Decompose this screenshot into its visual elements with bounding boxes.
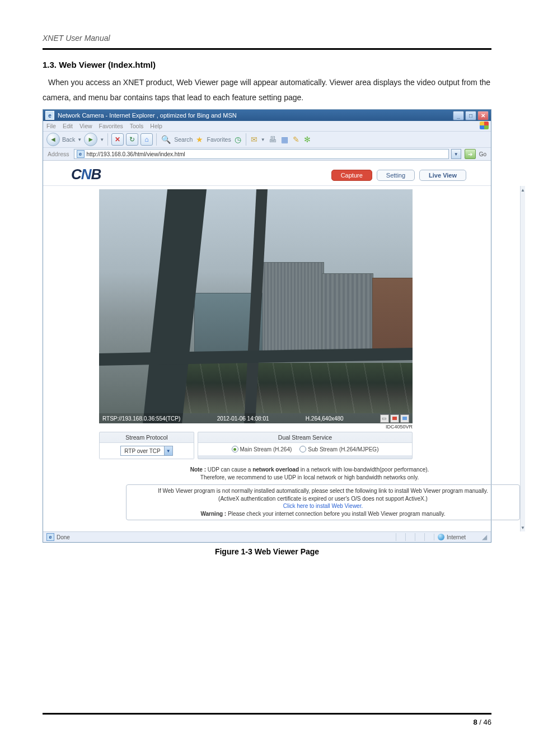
resize-grip-icon[interactable]: ◢ — [478, 533, 488, 541]
window-titlebar: e Network Camera - Internet Explorer , o… — [43, 110, 491, 121]
mail-button[interactable]: ✉ — [250, 135, 259, 144]
forward-button[interactable]: ► — [84, 133, 97, 146]
address-input[interactable]: e http://193.168.0.36/html/view/index.ht… — [74, 149, 449, 159]
minimize-button[interactable]: _ — [453, 111, 464, 120]
favorites-label: Favorites — [207, 136, 231, 143]
section-paragraph: When you access an XNET product, Web Vie… — [43, 75, 491, 105]
install-link[interactable]: Click here to install Web Viewer. — [283, 503, 363, 509]
chevron-down-icon[interactable]: ▼ — [164, 446, 172, 455]
print-button[interactable]: 🖶 — [268, 135, 278, 144]
device-id-label: IDC4050VR — [99, 423, 414, 432]
dual-stream-heading: Dual Stream Service — [198, 432, 412, 443]
size-small-icon[interactable]: ▭ — [380, 414, 389, 423]
address-dropdown-button[interactable]: ▼ — [451, 149, 461, 159]
page-content: CNB Capture Setting Live View — [43, 161, 491, 531]
stream-protocol-dropdown[interactable]: RTP over TCP ▼ — [120, 446, 172, 456]
search-label: Search — [174, 136, 193, 143]
main-stream-label: Main Stream (H.264) — [240, 446, 292, 452]
refresh-button[interactable]: ↻ — [126, 133, 138, 146]
address-label: Address — [45, 151, 72, 157]
sub-stream-label: Sub Stream (H.264/MJPEG) — [308, 446, 378, 452]
scroll-down-icon[interactable]: ▼ — [521, 524, 525, 531]
sub-stream-radio[interactable]: Sub Stream (H.264/MJPEG) — [299, 446, 378, 452]
windows-flag-icon — [480, 122, 489, 129]
address-value: http://193.168.0.36/html/view/index.html — [87, 151, 185, 157]
back-label: Back — [62, 136, 75, 143]
header-rule — [43, 48, 491, 50]
stream-protocol-panel: Stream Protocol RTP over TCP ▼ — [99, 432, 194, 459]
app-header: CNB Capture Setting Live View — [43, 161, 491, 186]
edit-button[interactable]: ▦ — [280, 135, 289, 144]
overlay-timestamp: 2012-01-06 14:08:01 — [217, 416, 269, 422]
status-bar: e Done Internet ◢ — [43, 531, 491, 542]
running-header: XNET User Manual — [43, 34, 491, 45]
figure-caption: Figure 1-3 Web Viewer Page — [43, 547, 491, 556]
search-icon[interactable]: 🔍 — [160, 135, 172, 144]
separator-icon — [107, 133, 108, 146]
section-title: 1.3. Web Viewer (Index.html) — [43, 60, 491, 69]
video-viewer: RTSP://193.168.0.36:554(TCP) 2012-01-06 … — [99, 189, 413, 423]
menu-bar: File Edit View Favorites Tools Help — [43, 121, 491, 132]
dual-stream-panel: Dual Stream Service Main Stream (H.264) … — [198, 432, 413, 459]
stream-protocol-value: RTP over TCP — [121, 448, 163, 454]
capture-button[interactable]: Capture — [331, 170, 372, 181]
scroll-up-icon[interactable]: ▲ — [521, 186, 525, 194]
menu-view[interactable]: View — [79, 123, 92, 129]
browser-window: e Network Camera - Internet Explorer , o… — [43, 109, 491, 543]
vertical-scrollbar[interactable]: ▲ ▼ — [520, 186, 525, 531]
favorites-star-icon[interactable]: ★ — [195, 135, 204, 144]
stop-button[interactable]: ✕ — [111, 133, 124, 146]
menu-file[interactable]: File — [46, 123, 56, 129]
install-warning-prefix: Warning : — [200, 511, 228, 517]
menu-favorites[interactable]: Favorites — [99, 123, 123, 129]
status-done: Done — [57, 534, 70, 540]
separator-icon — [246, 133, 246, 146]
address-bar: Address e http://193.168.0.36/html/view/… — [43, 148, 491, 161]
size-large-icon[interactable] — [400, 414, 409, 423]
close-button[interactable]: ✕ — [477, 111, 489, 120]
page-icon: e — [77, 150, 85, 158]
toolbar: ◄ Back ▼ ► ▼ ✕ ↻ ⌂ 🔍 Search ★ Favorites … — [43, 132, 491, 148]
menu-edit[interactable]: Edit — [63, 123, 73, 129]
ie-icon: e — [45, 111, 54, 120]
brand-logo: CNB — [71, 166, 101, 183]
size-medium-icon[interactable] — [390, 414, 399, 423]
status-page-icon: e — [46, 533, 54, 541]
install-note-box: If Web Viewer program is not normally in… — [126, 484, 520, 520]
note-text: Note : UDP can cause a network overload … — [116, 466, 503, 481]
radio-unselected-icon — [299, 446, 306, 452]
overlay-rtsp: RTSP://193.168.0.36:554(TCP) — [102, 416, 180, 422]
separator-icon — [156, 133, 157, 146]
maximize-button[interactable]: □ — [465, 111, 476, 120]
discuss-button[interactable]: ✎ — [292, 135, 301, 144]
overlay-codec: H.264,640x480 — [306, 416, 344, 422]
messenger-button[interactable]: ✻ — [303, 135, 312, 144]
globe-icon — [438, 534, 444, 540]
go-button[interactable]: ➔ — [465, 149, 476, 159]
setting-button[interactable]: Setting — [377, 170, 415, 181]
forward-dropdown-icon[interactable]: ▼ — [100, 137, 104, 142]
menu-tools[interactable]: Tools — [130, 123, 144, 129]
security-zone: Internet — [434, 534, 478, 540]
stream-protocol-heading: Stream Protocol — [100, 432, 194, 443]
main-stream-radio[interactable]: Main Stream (H.264) — [232, 446, 292, 452]
home-button[interactable]: ⌂ — [140, 133, 153, 146]
back-button[interactable]: ◄ — [46, 133, 60, 146]
back-dropdown-icon[interactable]: ▼ — [77, 137, 82, 142]
go-label: Go — [478, 151, 489, 157]
install-line2: (ActiveX authentication certificate is e… — [218, 496, 428, 502]
menu-help[interactable]: Help — [150, 123, 162, 129]
history-button[interactable]: ◷ — [233, 135, 242, 144]
install-warning: Please check your internet connection be… — [228, 511, 446, 517]
video-overlay-bar: RTSP://193.168.0.36:554(TCP) 2012-01-06 … — [99, 413, 413, 423]
window-title: Network Camera - Internet Explorer , opt… — [58, 112, 453, 119]
liveview-button[interactable]: Live View — [419, 170, 466, 181]
install-line1: If Web Viewer program is not normally in… — [158, 488, 488, 494]
footer-rule — [43, 713, 491, 715]
mail-dropdown-icon[interactable]: ▼ — [261, 137, 265, 142]
stream-controls: Stream Protocol RTP over TCP ▼ Dual Stre… — [99, 432, 413, 459]
zone-label: Internet — [447, 534, 466, 540]
page-number: 8 / 46 — [43, 718, 491, 726]
radio-selected-icon — [232, 446, 238, 452]
